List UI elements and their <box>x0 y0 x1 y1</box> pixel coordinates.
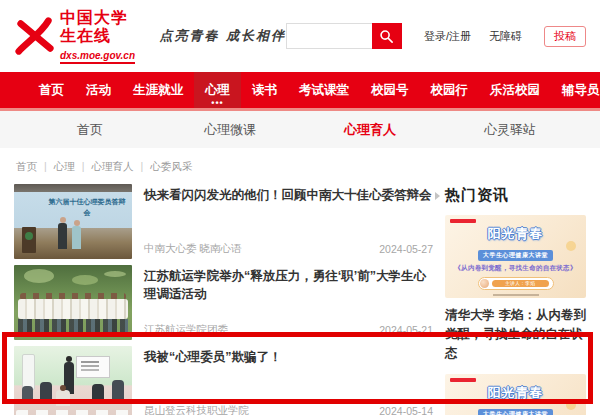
content: 首页心理心理育人心委风采 第六届十佳心理委员答辩会 快来看闪闪发光的他们！回顾中… <box>0 148 600 415</box>
thumbnail-banner-text: 第六届十佳心理委员答辩会 <box>48 197 126 218</box>
person-art <box>58 223 67 249</box>
article-source: 中南大心委 晓南心语 <box>144 242 241 256</box>
nav-item-campus-tour[interactable]: 校园行 <box>420 72 480 108</box>
person-art <box>92 384 104 402</box>
person-art <box>56 390 70 406</box>
nav-item-home[interactable]: 首页 <box>28 72 75 108</box>
banner-tagline: 大学生心理健康大讲堂 <box>478 250 553 261</box>
nav-item-campus-life[interactable]: 乐活校园 <box>479 72 551 108</box>
crowd-art <box>18 299 128 319</box>
article-title[interactable]: 江苏航运学院举办“释放压力，勇往‘职’前”大学生心理调适活动 <box>144 267 433 303</box>
site-header: 中国大学生在线 dxs.moe.gov.cn 点亮青春 成长相伴 登录/注册 无… <box>0 0 600 72</box>
nav-item-activity[interactable]: 活动 <box>75 72 122 108</box>
banner-tagline: 大学生心理健康大讲堂 <box>478 409 553 415</box>
subnav-item-micro-class[interactable]: 心理微课 <box>160 121 300 139</box>
article-row-3[interactable]: 我被“心理委员”欺骗了！ 昆山登云科技职业学院 2024-05-14 <box>14 346 433 415</box>
login-link[interactable]: 登录/注册 <box>424 29 471 44</box>
banner-subtitle: 《从内卷到觉醒，寻找生命的自在状态》 <box>445 264 586 273</box>
sub-nav: 首页 心理微课 心理育人 心灵驿站 <box>0 111 600 148</box>
logo-domain: dxs.moe.gov.cn <box>60 50 135 64</box>
article-title[interactable]: 我被“心理委员”欺骗了！ <box>144 348 433 366</box>
nav-item-campus-account[interactable]: 校园号 <box>360 72 420 108</box>
banner-sun-art <box>566 241 576 251</box>
banner-title: 阳光青春 <box>445 384 586 402</box>
sidebar: 热门资讯 阳光青春 大学生心理健康大讲堂 《从内卷到觉醒，寻找生命的自在状态》 … <box>445 184 586 415</box>
banner-logo-art <box>450 378 476 382</box>
article-3-thumbnail[interactable] <box>14 346 132 415</box>
search-bar <box>286 23 402 49</box>
sidebar-heading: 热门资讯 <box>445 186 586 205</box>
search-icon <box>379 29 394 44</box>
site-logo[interactable]: 中国大学生在线 dxs.moe.gov.cn <box>14 9 143 64</box>
nav-item-reading[interactable]: 读书 <box>241 72 288 108</box>
hot-news-card-2-banner[interactable]: 阳光青春 大学生心理健康大讲堂 <box>445 374 586 415</box>
person-art <box>22 386 33 404</box>
article-source: 江苏航运学院团委 <box>144 323 228 337</box>
search-input[interactable] <box>286 23 372 49</box>
nav-item-career[interactable]: 生涯就业 <box>122 72 194 108</box>
search-button[interactable] <box>372 23 402 49</box>
banner-footer-art <box>493 294 539 296</box>
logo-title: 中国大学生在线 <box>60 9 143 45</box>
article-list: 第六届十佳心理委员答辩会 快来看闪闪发光的他们！回顾中南大十佳心委答辩会 中南大… <box>14 184 433 415</box>
article-2-thumbnail[interactable] <box>14 265 132 340</box>
chairs-art <box>16 410 130 415</box>
logo-text: 中国大学生在线 dxs.moe.gov.cn <box>60 9 143 64</box>
subnav-item-psych-education[interactable]: 心理育人 <box>300 121 440 139</box>
logo-icon <box>14 16 56 56</box>
banner-title: 阳光青春 <box>445 225 586 243</box>
active-nav-dots-icon: ••• <box>194 99 241 107</box>
site-slogan: 点亮青春 成长相伴 <box>159 27 286 45</box>
article-date: 2024-05-21 <box>379 324 433 336</box>
article-row-1[interactable]: 第六届十佳心理委员答辩会 快来看闪闪发光的他们！回顾中南大十佳心委答辩会 中南大… <box>14 184 433 259</box>
person-art <box>112 380 124 402</box>
triangle-bullet-icon <box>435 192 440 200</box>
page: 中国大学生在线 dxs.moe.gov.cn 点亮青春 成长相伴 登录/注册 无… <box>0 0 600 415</box>
accessibility-link[interactable]: 无障碍 <box>489 29 522 44</box>
speaker-label: 主讲人：李焰 <box>492 280 549 287</box>
hot-news-card-1[interactable]: 阳光青春 大学生心理健康大讲堂 《从内卷到觉醒，寻找生命的自在状态》 主讲人：李… <box>445 215 586 362</box>
podium-art <box>22 227 36 253</box>
nav-item-psychology-label: 心理 <box>205 83 230 97</box>
article-source: 昆山登云科技职业学院 <box>144 404 249 415</box>
breadcrumb-psych-education[interactable]: 心理育人 <box>75 160 134 172</box>
article-row-2[interactable]: 江苏航运学院举办“释放压力，勇往‘职’前”大学生心理调适活动 江苏航运学院团委 … <box>14 265 433 340</box>
main-nav: 首页 活动 生涯就业 心理 ••• 读书 考试课堂 校园号 校园行 乐活校园 辅… <box>0 72 600 111</box>
breadcrumb-committee[interactable]: 心委风采 <box>133 160 192 172</box>
whiteboard-art <box>76 356 110 378</box>
banner-logo-art <box>450 219 476 223</box>
person-art <box>40 382 52 402</box>
banner-speaker-pill: 主讲人：李焰 <box>478 277 554 290</box>
hot-news-card-2[interactable]: 阳光青春 大学生心理健康大讲堂 <box>445 374 586 415</box>
person-art <box>72 226 81 249</box>
speaker-avatar <box>480 279 489 288</box>
sidebar-heading-label: 热门资讯 <box>445 186 509 205</box>
nav-item-exam[interactable]: 考试课堂 <box>288 72 360 108</box>
hot-news-card-1-title[interactable]: 清华大学 李焰：从内卷到觉醒，寻找生命的自在状态 <box>445 306 586 362</box>
subnav-item-mind-station[interactable]: 心灵驿站 <box>440 121 580 139</box>
nav-item-counselor[interactable]: 辅导员 <box>551 72 600 108</box>
breadcrumb: 首页心理心理育人心委风采 <box>16 160 586 174</box>
article-title[interactable]: 快来看闪闪发光的他们！回顾中南大十佳心委答辩会 <box>144 186 433 204</box>
subnav-item-home[interactable]: 首页 <box>20 121 160 139</box>
hot-news-card-1-banner[interactable]: 阳光青春 大学生心理健康大讲堂 《从内卷到觉醒，寻找生命的自在状态》 主讲人：李… <box>445 215 586 298</box>
header-links: 登录/注册 无障碍 <box>424 29 522 44</box>
classroom-art <box>22 354 35 390</box>
breadcrumb-home[interactable]: 首页 <box>16 160 37 172</box>
foliage-art <box>24 269 54 283</box>
crowd-art <box>18 319 128 332</box>
submit-post-button[interactable]: 投稿 <box>544 26 586 47</box>
article-1-thumbnail[interactable]: 第六届十佳心理委员答辩会 <box>14 184 132 259</box>
breadcrumb-psychology[interactable]: 心理 <box>37 160 75 172</box>
article-date: 2024-05-27 <box>379 243 433 255</box>
article-date: 2024-05-14 <box>379 405 433 415</box>
nav-item-psychology[interactable]: 心理 ••• <box>194 72 241 108</box>
